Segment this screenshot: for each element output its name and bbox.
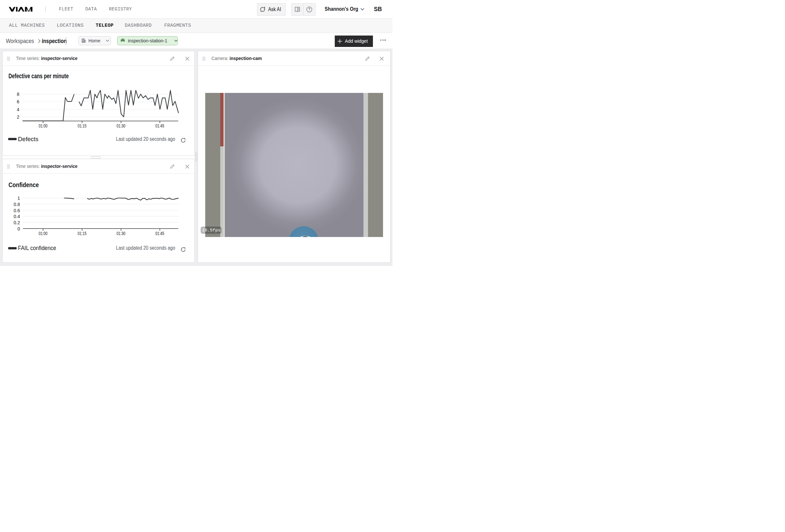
svg-text:1: 1 (17, 195, 20, 201)
svg-text:0.2: 0.2 (14, 220, 20, 225)
svg-text:4: 4 (17, 107, 19, 112)
svg-text:8: 8 (17, 91, 19, 97)
svg-text:2: 2 (17, 114, 19, 119)
svg-text:01:00: 01:00 (39, 123, 47, 128)
svg-text:6: 6 (17, 99, 19, 104)
svg-text:01:15: 01:15 (78, 123, 86, 128)
svg-text:01:30: 01:30 (117, 123, 125, 128)
svg-text:01:45: 01:45 (155, 123, 164, 128)
svg-text:0.6: 0.6 (14, 208, 20, 213)
svg-text:0.8: 0.8 (14, 202, 20, 207)
svg-text:01:30: 01:30 (117, 230, 125, 236)
svg-text:01:45: 01:45 (155, 230, 164, 236)
svg-text:01:00: 01:00 (39, 230, 47, 236)
svg-text:0.4: 0.4 (14, 214, 20, 219)
svg-text:01:15: 01:15 (78, 230, 86, 236)
svg-text:0: 0 (17, 226, 20, 231)
